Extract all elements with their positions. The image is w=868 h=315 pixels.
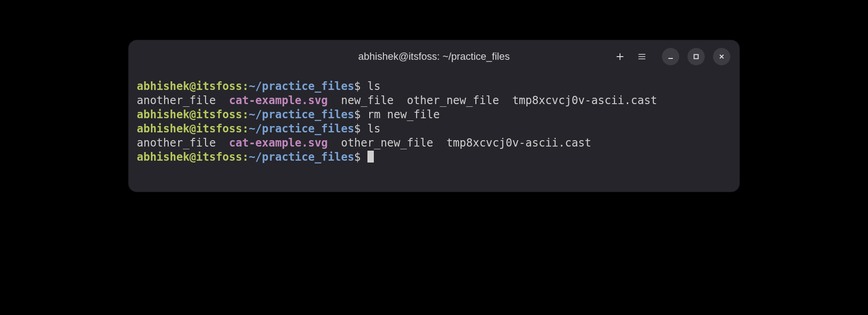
prompt-dollar: $ xyxy=(354,151,361,163)
file-item: cat-example.svg xyxy=(229,94,328,107)
file-item: cat-example.svg xyxy=(229,136,328,149)
minimize-button[interactable] xyxy=(662,48,679,65)
prompt-user-host: abhishek@itsfoss xyxy=(137,122,242,135)
prompt-user-host: abhishek@itsfoss xyxy=(137,151,242,163)
prompt-colon: : xyxy=(242,108,248,121)
prompt-path: ~/practice_files xyxy=(249,151,354,163)
hamburger-menu-button[interactable] xyxy=(636,51,647,62)
file-item: tmp8xcvcj0v-ascii.cast xyxy=(512,94,657,107)
prompt-colon: : xyxy=(242,122,248,135)
cursor-icon xyxy=(367,151,374,163)
svg-rect-6 xyxy=(694,55,698,59)
prompt-colon: : xyxy=(242,80,248,93)
terminal-line: another_file cat-example.svg new_file ot… xyxy=(137,94,731,108)
terminal-body[interactable]: abhishek@itsfoss:~/practice_files$ lsano… xyxy=(129,73,739,192)
prompt-path: ~/practice_files xyxy=(249,122,354,135)
close-button[interactable] xyxy=(713,48,730,65)
prompt-path: ~/practice_files xyxy=(249,80,354,93)
terminal-line: abhishek@itsfoss:~/practice_files$ ls xyxy=(137,122,731,136)
file-item: another_file xyxy=(137,136,216,149)
prompt-colon: : xyxy=(242,151,248,163)
prompt-dollar: $ xyxy=(354,80,361,93)
titlebar: abhishek@itsfoss: ~/practice_files xyxy=(129,40,739,73)
terminal-window: abhishek@itsfoss: ~/practice_files xyxy=(129,40,739,192)
file-item: other_new_file xyxy=(407,94,499,107)
command-text: rm new_file xyxy=(367,108,440,121)
prompt-dollar: $ xyxy=(354,122,361,135)
window-buttons xyxy=(662,48,730,65)
prompt-user-host: abhishek@itsfoss xyxy=(137,80,242,93)
file-item: other_new_file xyxy=(341,136,433,149)
terminal-line: abhishek@itsfoss:~/practice_files$ ls xyxy=(137,79,731,94)
titlebar-controls xyxy=(615,48,730,65)
maximize-button[interactable] xyxy=(687,48,705,65)
new-tab-button[interactable] xyxy=(615,51,625,62)
terminal-line: another_file cat-example.svg other_new_f… xyxy=(137,136,731,150)
command-text: ls xyxy=(367,80,381,93)
file-item: tmp8xcvcj0v-ascii.cast xyxy=(446,136,591,149)
terminal-line: abhishek@itsfoss:~/practice_files$ rm ne… xyxy=(137,108,731,122)
command-text: ls xyxy=(367,122,381,135)
prompt-dollar: $ xyxy=(354,108,361,121)
prompt-path: ~/practice_files xyxy=(249,108,354,121)
prompt-user-host: abhishek@itsfoss xyxy=(137,108,242,121)
terminal-line: abhishek@itsfoss:~/practice_files$ xyxy=(137,150,731,164)
file-item: new_file xyxy=(341,94,394,107)
window-title: abhishek@itsfoss: ~/practice_files xyxy=(358,51,510,63)
file-item: another_file xyxy=(137,94,216,107)
